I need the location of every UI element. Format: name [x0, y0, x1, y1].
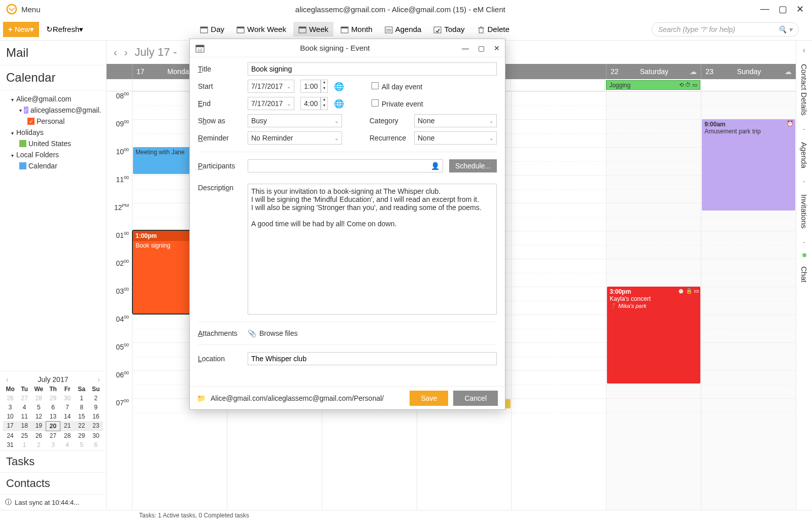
description-textarea[interactable]: This is your invitation to a book-signin… — [248, 184, 497, 315]
start-date-input[interactable]: 7/17/2017⌄ — [248, 80, 294, 93]
mini-day[interactable]: 8 — [75, 403, 89, 412]
mini-day[interactable]: 25 — [17, 431, 31, 440]
calendar-event[interactable]: 3:00pmKayla's concert📍 Mika's park⏰🔒▭ — [607, 287, 700, 384]
dlg-close[interactable]: ✕ — [494, 44, 500, 52]
end-time-input[interactable]: 4:00 — [300, 97, 321, 110]
mini-day[interactable]: 4 — [60, 440, 75, 449]
person-icon[interactable]: 👤 — [431, 162, 439, 170]
mini-day[interactable]: 31 — [3, 440, 17, 449]
mini-day[interactable]: 28 — [31, 394, 46, 403]
tree-local-cal[interactable]: Calendar — [4, 160, 102, 171]
delete-button[interactable]: Delete — [472, 22, 515, 37]
tree-personal[interactable]: ✓Personal — [4, 116, 102, 127]
mini-day[interactable]: 15 — [75, 412, 89, 421]
mini-day[interactable]: 6 — [46, 403, 60, 412]
timezone-icon[interactable]: 🌐 — [334, 82, 344, 91]
mini-day[interactable]: 27 — [17, 394, 31, 403]
recurrence-select[interactable]: None⌄ — [414, 131, 497, 145]
mini-day[interactable]: 1 — [17, 440, 31, 449]
mini-day[interactable]: 2 — [31, 440, 46, 449]
mini-day[interactable]: 22 — [75, 421, 89, 431]
mini-day[interactable]: 24 — [3, 431, 17, 440]
mini-day[interactable]: 13 — [46, 412, 60, 421]
view-month[interactable]: Month — [335, 22, 378, 37]
mini-day[interactable]: 16 — [89, 412, 103, 421]
mini-day[interactable]: 4 — [17, 403, 31, 412]
participants-input[interactable]: 👤 — [248, 159, 443, 172]
mini-day[interactable]: 23 — [89, 421, 103, 431]
checkbox-icon[interactable]: ✓ — [24, 107, 28, 114]
mini-day[interactable]: 7 — [60, 403, 75, 412]
tree-holidays[interactable]: ▾Holidays — [4, 127, 102, 138]
mini-day[interactable]: 26 — [3, 394, 17, 403]
sidebar-calendar[interactable]: Calendar — [0, 65, 106, 90]
timezone-icon[interactable]: 🌐 — [334, 99, 344, 109]
allday-checkbox[interactable]: All day event — [371, 82, 422, 91]
day-column[interactable]: 3:00pmKayla's concert📍 Mika's park⏰🔒▭ — [606, 91, 701, 510]
time-spinner[interactable]: ▲▼ — [321, 97, 328, 110]
mini-day[interactable]: 17 — [3, 421, 17, 431]
mini-prev[interactable]: ‹ — [6, 375, 9, 384]
mini-day[interactable]: 30 — [60, 394, 75, 403]
rtab-agenda[interactable]: Agenda — [800, 140, 808, 170]
refresh-button[interactable]: ↻ Refresh ▾ — [46, 25, 84, 34]
rtab-invitations[interactable]: Invitations — [800, 192, 808, 231]
mini-day[interactable]: 30 — [89, 431, 103, 440]
mini-day[interactable]: 14 — [60, 412, 75, 421]
mini-day[interactable]: 28 — [60, 431, 75, 440]
title-input[interactable] — [248, 62, 497, 76]
mini-day[interactable]: 29 — [46, 394, 60, 403]
collapse-icon[interactable]: ‹ — [803, 46, 805, 55]
mini-day[interactable]: 1 — [75, 394, 89, 403]
location-input[interactable] — [248, 352, 497, 365]
mini-day[interactable]: 3 — [46, 440, 60, 449]
view-agenda[interactable]: Agenda — [380, 22, 427, 37]
browse-files[interactable]: 📎Browse files — [248, 329, 297, 337]
rtab-chat[interactable]: Chat — [800, 264, 808, 285]
view-week[interactable]: Week — [293, 22, 333, 37]
save-path[interactable]: Alice@gmail.com/aliceglassemc@gmail.com/… — [211, 394, 404, 402]
mini-day[interactable]: 20 — [46, 421, 60, 431]
calendar-event[interactable]: 9:00amAmusement park trip⏰ — [702, 119, 795, 211]
menu-button[interactable]: Menu — [21, 5, 41, 14]
mini-day[interactable]: 12 — [31, 412, 46, 421]
search-input[interactable]: Search (type '?' for help) 🔍 ▾ — [652, 22, 799, 37]
mini-day[interactable]: 29 — [75, 431, 89, 440]
mini-day[interactable]: 18 — [17, 421, 31, 431]
minimize-button[interactable]: — — [760, 4, 769, 15]
tree-subaccount[interactable]: ▾✓aliceglassemc@gmail.... — [4, 105, 102, 116]
reminder-select[interactable]: No Reminder⌄ — [248, 131, 342, 145]
mini-day[interactable]: 21 — [60, 421, 75, 431]
checkbox-icon[interactable]: ✓ — [27, 118, 35, 125]
mini-day[interactable]: 9 — [89, 403, 103, 412]
tree-local[interactable]: ▾Local Folders — [4, 149, 102, 160]
start-time-input[interactable]: 1:00 — [300, 80, 321, 93]
sidebar-mail[interactable]: Mail — [0, 41, 106, 65]
schedule-button[interactable]: Schedule... — [449, 159, 497, 172]
mini-day[interactable]: 26 — [31, 431, 46, 440]
mini-day[interactable]: 11 — [17, 412, 31, 421]
dlg-minimize[interactable]: — — [462, 44, 469, 52]
tree-account[interactable]: ▾Alice@gmail.com — [4, 93, 102, 105]
end-date-input[interactable]: 7/17/2017⌄ — [248, 97, 294, 110]
mini-day[interactable]: 27 — [46, 431, 60, 440]
next-week[interactable]: › — [124, 47, 128, 58]
mini-day[interactable]: 5 — [75, 440, 89, 449]
time-spinner[interactable]: ▲▼ — [321, 80, 328, 93]
maximize-button[interactable]: ▢ — [779, 4, 787, 15]
close-button[interactable]: ✕ — [796, 4, 804, 15]
sidebar-tasks[interactable]: Tasks — [0, 450, 106, 472]
view-workweek[interactable]: Work Week — [231, 22, 291, 37]
mini-day[interactable]: 2 — [89, 394, 103, 403]
event-allday-jogging[interactable]: Jogging ⟲ ⏱ ▭ — [606, 80, 700, 90]
mini-day[interactable]: 5 — [31, 403, 46, 412]
new-button[interactable]: +New ▾ — [3, 22, 39, 37]
private-checkbox[interactable]: Private event — [371, 99, 423, 108]
mini-day[interactable]: 6 — [89, 440, 103, 449]
showas-select[interactable]: Busy⌄ — [248, 114, 342, 127]
mini-next[interactable]: › — [97, 375, 100, 384]
cancel-button[interactable]: Cancel — [453, 391, 498, 406]
tree-us[interactable]: United States — [4, 138, 102, 149]
day-column[interactable] — [511, 91, 606, 510]
save-button[interactable]: Save — [410, 391, 448, 406]
